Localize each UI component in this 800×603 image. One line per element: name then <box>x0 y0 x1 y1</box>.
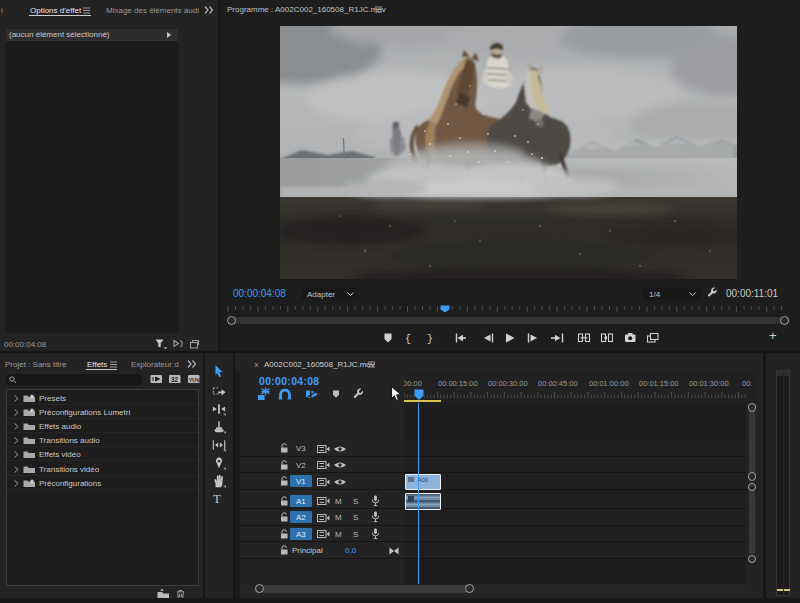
svg-text:}: } <box>427 334 433 345</box>
svg-text:32: 32 <box>171 376 179 383</box>
svg-text:YUV: YUV <box>189 377 200 383</box>
svg-text:{: { <box>405 334 411 345</box>
